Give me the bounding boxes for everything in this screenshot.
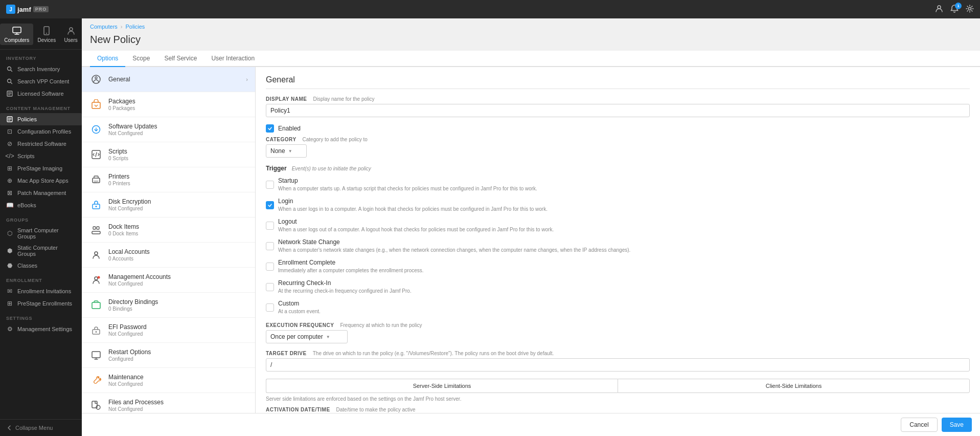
svg-rect-29: [92, 352, 100, 358]
sidebar-item-ebooks[interactable]: 📖 eBooks: [0, 199, 82, 211]
trigger-logout-checkbox[interactable]: [266, 222, 274, 230]
trigger-login-checkbox[interactable]: [266, 201, 274, 209]
devices-icon: [41, 26, 52, 36]
sidebar-item-policies[interactable]: Policies: [0, 113, 82, 125]
cancel-button[interactable]: Cancel: [901, 418, 937, 432]
sidebar-item-search-vpp[interactable]: Search VPP Content: [0, 75, 82, 88]
classes-icon: ⬣: [6, 262, 13, 269]
general-icon: [89, 72, 103, 86]
left-panel-item-general[interactable]: General ›: [82, 67, 255, 92]
svg-point-8: [8, 67, 11, 71]
trigger-network-checkbox[interactable]: [266, 242, 274, 250]
left-panel-item-restart-options[interactable]: Restart Options Configured: [82, 343, 255, 368]
trigger-item-logout: Logout When a user logs out of a compute…: [266, 218, 970, 233]
sidebar-section-content: Content Management: [0, 100, 82, 113]
tab-scope[interactable]: Scope: [125, 51, 157, 67]
trigger-item-recurring: Recurring Check-In At the recurring chec…: [266, 279, 970, 295]
sidebar-item-computers[interactable]: Computers: [0, 24, 33, 45]
app-store-icon: ⊕: [6, 177, 13, 184]
breadcrumb: Computers › Policies: [82, 18, 980, 33]
trigger-custom-checkbox[interactable]: [266, 303, 274, 312]
target-drive-input[interactable]: [266, 358, 970, 372]
search-vpp-icon: [6, 78, 13, 85]
sidebar-item-smart-groups[interactable]: ⬡ Smart Computer Groups: [0, 225, 82, 242]
sidebar-item-mac-app-store[interactable]: ⊕ Mac App Store Apps: [0, 175, 82, 187]
category-select[interactable]: None ▼: [266, 144, 307, 158]
sidebar-item-enrollment-invitations[interactable]: ✉ Enrollment Invitations: [0, 285, 82, 297]
section-title-general: General: [266, 75, 970, 89]
collapse-menu-button[interactable]: Collapse Menu: [6, 425, 76, 431]
efi-password-icon: [89, 323, 103, 337]
sidebar-item-static-groups[interactable]: ⬢ Static Computer Groups: [0, 242, 82, 259]
scripts-icon: </>: [6, 152, 13, 160]
trigger-recurring-checkbox[interactable]: [266, 283, 274, 291]
sidebar-item-devices[interactable]: Devices: [34, 24, 60, 45]
sidebar-item-restricted-software[interactable]: ⊘ Restricted Software: [0, 138, 82, 150]
svg-text:J: J: [9, 7, 12, 12]
display-name-input[interactable]: [266, 104, 970, 117]
patch-icon: ⊠: [6, 189, 13, 197]
left-panel-item-software-updates[interactable]: Software Updates Not Configured: [82, 117, 255, 142]
sidebar-section-groups: Groups: [0, 211, 82, 225]
left-panel-item-management-accounts[interactable]: Management Accounts Not Configured: [82, 268, 255, 293]
prestage-enroll-icon: ⊞: [6, 300, 13, 307]
management-accounts-icon: [89, 273, 103, 287]
directory-bindings-icon: [89, 298, 103, 312]
bell-icon[interactable]: 1: [950, 5, 959, 14]
trigger-sublabel: Event(s) to use to initiate the policy: [292, 166, 371, 171]
execution-frequency-select[interactable]: Once per computer ▼: [266, 330, 348, 343]
sidebar-item-users[interactable]: Users: [60, 24, 82, 45]
general-arrow: ›: [246, 76, 248, 82]
left-panel-item-disk-encryption[interactable]: Disk Encryption Not Configured: [82, 192, 255, 217]
left-panel-item-packages[interactable]: Packages 0 Packages: [82, 92, 255, 117]
page-title: New Policy: [82, 33, 980, 51]
settings-icon: ⚙: [6, 325, 13, 333]
save-button[interactable]: Save: [942, 418, 972, 432]
breadcrumb-computers[interactable]: Computers: [90, 24, 118, 30]
execution-frequency-row: EXECUTION FREQUENCY Frequency at which t…: [266, 322, 970, 343]
right-panel: General DISPLAY NAME Display name for th…: [256, 67, 980, 436]
tab-user-interaction[interactable]: User Interaction: [204, 51, 262, 67]
left-panel-item-scripts[interactable]: Scripts 0 Scripts: [82, 142, 255, 167]
enabled-label: Enabled: [278, 125, 301, 132]
sidebar-item-scripts[interactable]: </> Scripts: [0, 150, 82, 162]
execution-frequency-label: EXECUTION FREQUENCY: [266, 322, 334, 328]
server-side-button[interactable]: Server-Side Limitations: [266, 379, 618, 393]
sidebar-item-prestage-imaging[interactable]: ⊞ PreStage Imaging: [0, 162, 82, 175]
sidebar-item-management-settings[interactable]: ⚙ Management Settings: [0, 323, 82, 335]
svg-point-6: [46, 33, 47, 34]
sidebar-item-patch-management[interactable]: ⊠ Patch Management: [0, 187, 82, 199]
sidebar-item-search-inventory[interactable]: Search Inventory: [0, 63, 82, 75]
left-panel-item-maintenance[interactable]: Maintenance Not Configured: [82, 368, 255, 393]
trigger-label: Trigger: [266, 165, 287, 172]
svg-rect-20: [92, 231, 100, 234]
left-panel-item-efi-password[interactable]: EFI Password Not Configured: [82, 318, 255, 343]
search-icon: [6, 66, 13, 73]
dock-items-icon: [89, 223, 103, 237]
top-nav-left: J jamf PRO: [6, 5, 49, 14]
sidebar-item-prestage-enrollments[interactable]: ⊞ PreStage Enrollments: [0, 297, 82, 310]
trigger-enrollment-checkbox[interactable]: [266, 263, 274, 271]
sidebar-item-classes[interactable]: ⬣ Classes: [0, 259, 82, 272]
footer-bar: Cancel Save: [82, 413, 980, 436]
tab-options[interactable]: Options: [90, 51, 125, 67]
user-icon[interactable]: [935, 5, 943, 14]
sidebar-item-licensed-software[interactable]: Licensed Software: [0, 88, 82, 100]
client-side-button[interactable]: Client-Side Limitations: [618, 379, 970, 393]
svg-rect-22: [97, 227, 99, 229]
left-panel-item-directory-bindings[interactable]: Directory Bindings 0 Bindings: [82, 293, 255, 318]
left-panel-item-printers[interactable]: Printers 0 Printers: [82, 167, 255, 192]
gear-icon[interactable]: [966, 5, 974, 14]
tab-self-service[interactable]: Self Service: [157, 51, 204, 67]
left-panel-item-local-accounts[interactable]: Local Accounts 0 Accounts: [82, 243, 255, 268]
scripts-lp-icon: [89, 147, 103, 162]
category-sublabel: Category to add the policy to: [303, 137, 368, 142]
sidebar-item-configuration-profiles[interactable]: ⊡ Configuration Profiles: [0, 125, 82, 138]
policies-icon: [6, 116, 13, 123]
restart-options-icon: [89, 348, 103, 362]
trigger-section: Trigger Event(s) to use to initiate the …: [266, 165, 970, 315]
enabled-checkbox[interactable]: [266, 124, 274, 133]
trigger-startup-checkbox[interactable]: [266, 181, 274, 189]
breadcrumb-policies[interactable]: Policies: [125, 24, 145, 30]
left-panel-item-dock-items[interactable]: Dock Items 0 Dock Items: [82, 217, 255, 243]
